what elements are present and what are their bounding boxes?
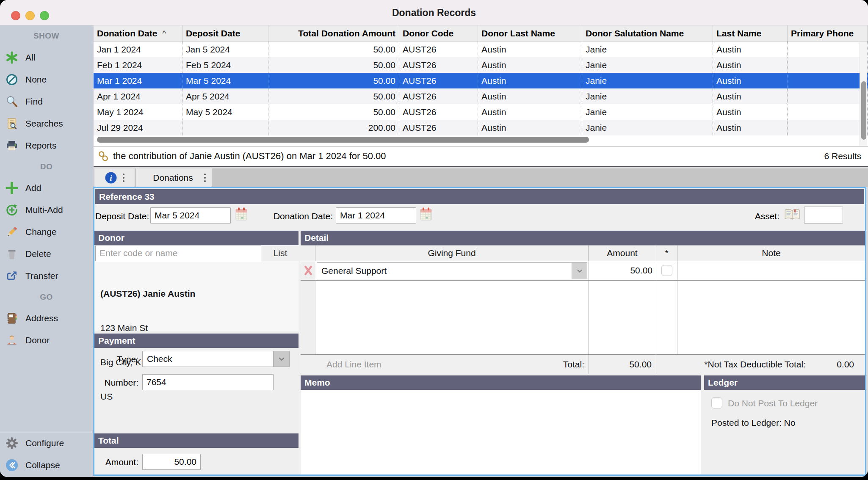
donor-search-input[interactable] bbox=[95, 245, 261, 261]
column-header[interactable]: Donation Date^ bbox=[94, 25, 182, 41]
memo-field[interactable] bbox=[301, 390, 701, 474]
sidebar-item-add[interactable]: Add bbox=[0, 177, 93, 199]
sidebar-item-all[interactable]: All bbox=[0, 47, 93, 69]
table-cell: May 1 2024 bbox=[94, 104, 182, 120]
table-cell: 50.00 bbox=[268, 73, 399, 88]
table-row[interactable]: Apr 1 2024Apr 5 202450.00AUST26AustinJan… bbox=[94, 88, 868, 104]
vertical-scrollbar[interactable] bbox=[861, 81, 866, 140]
selection-description: the contribution of Janie Austin (AUST26… bbox=[113, 151, 386, 162]
zoom-button[interactable] bbox=[40, 11, 49, 20]
column-header[interactable]: Last Name bbox=[713, 25, 788, 41]
delete-column-header bbox=[301, 246, 315, 261]
column-header[interactable]: Donor Salutation Name bbox=[582, 25, 713, 41]
donation-date-input[interactable] bbox=[336, 207, 416, 223]
horizontal-scrollbar[interactable] bbox=[97, 137, 589, 143]
sidebar-item-label: Reports bbox=[25, 141, 57, 151]
asterisk-icon bbox=[6, 51, 18, 64]
table-cell: Jan 5 2024 bbox=[182, 41, 268, 57]
results-table-body: Jan 1 2024Jan 5 202450.00AUST26AustinJan… bbox=[94, 41, 868, 135]
sidebar-item-label: Find bbox=[25, 97, 43, 107]
calendar-icon[interactable] bbox=[420, 207, 432, 223]
table-cell: Austin bbox=[713, 57, 788, 73]
tab-donations[interactable]: Donations bbox=[136, 168, 212, 187]
detail-header: Detail bbox=[301, 231, 865, 245]
ledger-header: Ledger bbox=[704, 375, 865, 390]
ledger-book-icon[interactable] bbox=[784, 208, 801, 223]
column-header[interactable]: Total Donation Amount bbox=[268, 25, 399, 41]
table-cell: AUST26 bbox=[399, 41, 478, 57]
giving-fund-select[interactable]: General Support bbox=[317, 262, 587, 279]
table-cell: Austin bbox=[478, 104, 582, 120]
add-line-item-button[interactable]: Add Line Item bbox=[315, 359, 381, 370]
table-row[interactable]: May 1 2024May 5 202450.00AUST26AustinJan… bbox=[94, 104, 868, 120]
sidebar-item-configure[interactable]: Configure bbox=[0, 432, 93, 454]
payment-header: Payment bbox=[94, 334, 299, 348]
detail-total-value: 50.00 bbox=[589, 355, 656, 374]
sidebar-item-change[interactable]: Change bbox=[0, 221, 93, 243]
kebab-menu-icon[interactable] bbox=[123, 174, 124, 182]
sidebar-item-donor[interactable]: Donor bbox=[0, 329, 93, 351]
sidebar-item-label: Donor bbox=[25, 335, 50, 345]
total-amount-input[interactable] bbox=[142, 454, 201, 470]
deposit-date-input[interactable] bbox=[150, 207, 231, 223]
sidebar-item-label: Delete bbox=[25, 249, 51, 259]
line-item-amount[interactable]: 50.00 bbox=[589, 261, 656, 280]
asset-label: Asset: bbox=[750, 210, 780, 223]
line-item-note-field[interactable] bbox=[677, 261, 865, 280]
sidebar-item-label: Address bbox=[25, 313, 58, 323]
table-cell: AUST26 bbox=[399, 88, 478, 104]
column-header[interactable]: Primary Phone bbox=[788, 25, 868, 41]
record-panel: Reference 33 Deposit Date: Donation Date… bbox=[93, 187, 866, 476]
table-row[interactable]: Mar 1 2024Mar 5 202450.00AUST26AustinJan… bbox=[94, 73, 868, 88]
sidebar-item-multi-add[interactable]: Multi-Add bbox=[0, 199, 93, 221]
table-cell bbox=[788, 41, 868, 57]
do-not-post-checkbox[interactable] bbox=[711, 397, 722, 408]
close-button[interactable] bbox=[11, 11, 20, 20]
table-row[interactable]: Feb 1 2024Feb 5 202450.00AUST26AustinJan… bbox=[94, 57, 868, 73]
sidebar-item-none[interactable]: None bbox=[0, 69, 93, 91]
minimize-button[interactable] bbox=[25, 11, 35, 20]
column-header[interactable]: Donor Last Name bbox=[478, 25, 582, 41]
plus-icon bbox=[6, 182, 18, 194]
column-header[interactable]: Deposit Date bbox=[182, 25, 268, 41]
table-cell: Janie bbox=[582, 88, 713, 104]
table-cell: Austin bbox=[478, 41, 582, 57]
not-tax-deductible-checkbox[interactable] bbox=[661, 265, 672, 276]
sidebar-item-searches[interactable]: Searches bbox=[0, 113, 93, 135]
calendar-icon[interactable] bbox=[235, 207, 248, 223]
table-cell: Janie bbox=[582, 73, 713, 88]
sidebar-item-label: Collapse bbox=[25, 460, 60, 470]
table-row[interactable]: Jan 1 2024Jan 5 202450.00AUST26AustinJan… bbox=[94, 41, 868, 57]
payment-type-select[interactable]: Check bbox=[142, 351, 290, 367]
table-cell: Janie bbox=[582, 41, 713, 57]
table-cell bbox=[182, 120, 268, 135]
table-cell: Austin bbox=[713, 104, 788, 120]
tab-info[interactable]: i bbox=[94, 168, 135, 187]
sidebar-item-transfer[interactable]: Transfer bbox=[0, 265, 93, 287]
table-cell: Apr 5 2024 bbox=[182, 88, 268, 104]
note-column-header: Note bbox=[677, 246, 865, 261]
sidebar-item-delete[interactable]: Delete bbox=[0, 243, 93, 265]
detail-line-item-row: General Support 50.00 bbox=[301, 261, 865, 281]
column-header[interactable]: Donor Code bbox=[399, 25, 478, 41]
sidebar-item-collapse[interactable]: Collapse bbox=[0, 454, 93, 476]
table-cell: Janie bbox=[582, 104, 713, 120]
delete-line-item-button[interactable] bbox=[301, 261, 315, 280]
donor-address-line: 123 Main St bbox=[100, 322, 293, 334]
sidebar-item-reports[interactable]: Reports bbox=[0, 135, 93, 157]
vertical-scrollbar-track bbox=[860, 42, 867, 146]
asset-input[interactable] bbox=[804, 207, 843, 223]
svg-text:i: i bbox=[110, 173, 112, 182]
sidebar-item-label: None bbox=[25, 74, 47, 85]
table-cell: May 5 2024 bbox=[182, 104, 268, 120]
star-column-header: * bbox=[656, 246, 677, 261]
list-button[interactable]: List bbox=[262, 245, 299, 261]
refresh-plus-icon bbox=[6, 204, 18, 216]
table-cell: Austin bbox=[713, 88, 788, 104]
kebab-menu-icon[interactable] bbox=[204, 174, 206, 182]
sidebar-item-address[interactable]: Address bbox=[0, 307, 93, 329]
chevron-down-icon bbox=[273, 351, 289, 367]
payment-number-input[interactable] bbox=[142, 374, 274, 390]
sidebar-item-find[interactable]: Find bbox=[0, 91, 93, 113]
table-row[interactable]: Jul 29 2024200.00AUST26AustinJanieAustin bbox=[94, 120, 868, 135]
